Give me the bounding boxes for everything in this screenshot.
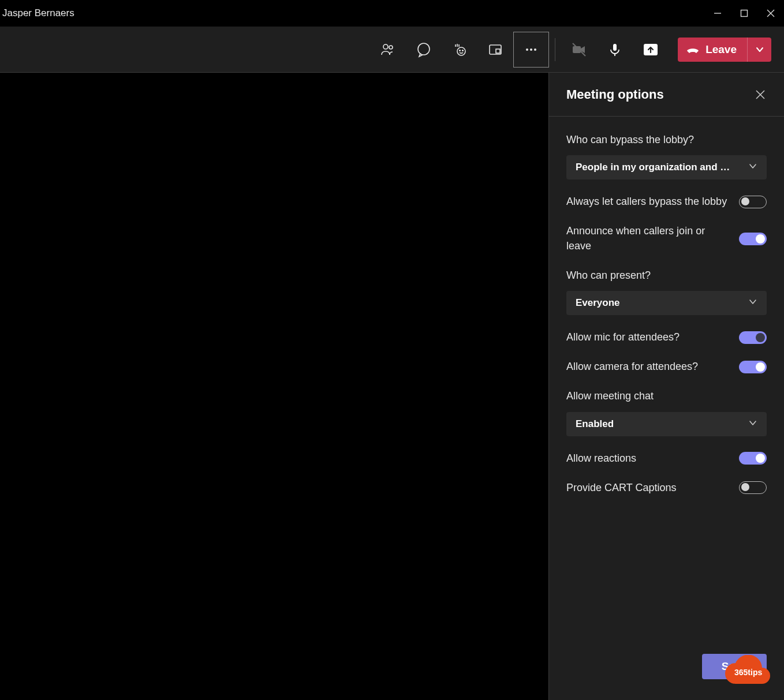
- svg-point-5: [389, 46, 393, 49]
- cart-captions-row: Provide CART Captions: [566, 481, 767, 495]
- svg-rect-1: [741, 10, 748, 17]
- window-minimize-button[interactable]: [704, 0, 731, 27]
- allow-mic-toggle[interactable]: [739, 331, 767, 344]
- rooms-button[interactable]: [477, 32, 513, 68]
- callers-bypass-row: Always let callers bypass the lobby: [566, 194, 767, 209]
- allow-camera-toggle[interactable]: [739, 361, 767, 373]
- react-button[interactable]: [442, 32, 477, 68]
- window-maximize-button[interactable]: [731, 0, 757, 27]
- callers-bypass-toggle[interactable]: [739, 196, 767, 208]
- cart-captions-toggle[interactable]: [739, 481, 767, 494]
- video-stage: [0, 73, 548, 700]
- svg-point-6: [418, 43, 430, 55]
- panel-title: Meeting options: [566, 87, 664, 102]
- allow-reactions-toggle[interactable]: [739, 452, 767, 465]
- share-screen-button[interactable]: [633, 32, 669, 68]
- svg-rect-19: [644, 44, 658, 55]
- svg-rect-17: [613, 44, 617, 51]
- panel-footer: Save: [549, 642, 784, 700]
- window-titlebar: Jasper Bernaers: [0, 0, 784, 27]
- svg-point-13: [530, 48, 532, 51]
- chevron-down-icon: [748, 297, 757, 309]
- camera-toggle-button[interactable]: [561, 32, 597, 68]
- meeting-chat-label: Allow meeting chat: [566, 389, 767, 403]
- toolbar-separator: [555, 38, 555, 61]
- bypass-lobby-value: People in my organization and …: [576, 162, 730, 173]
- chevron-down-icon: [748, 418, 757, 430]
- svg-rect-10: [490, 45, 501, 54]
- people-button[interactable]: [370, 32, 406, 68]
- svg-point-12: [526, 48, 528, 51]
- svg-rect-11: [496, 49, 500, 53]
- allow-reactions-row: Allow reactions: [566, 451, 767, 466]
- bypass-lobby-label: Who can bypass the lobby?: [566, 133, 767, 147]
- allow-mic-label: Allow mic for attendees?: [566, 330, 729, 345]
- leave-button-group: Leave: [678, 38, 771, 62]
- svg-line-16: [573, 43, 585, 56]
- allow-camera-label: Allow camera for attendees?: [566, 360, 729, 374]
- svg-point-7: [457, 47, 465, 55]
- present-value: Everyone: [576, 297, 620, 309]
- svg-point-14: [534, 48, 536, 51]
- bypass-lobby-select[interactable]: People in my organization and …: [566, 155, 767, 179]
- panel-body: Who can bypass the lobby? People in my o…: [549, 117, 784, 522]
- hangup-icon: [686, 45, 700, 54]
- cart-captions-label: Provide CART Captions: [566, 481, 729, 495]
- window-close-button[interactable]: [757, 0, 784, 27]
- allow-reactions-label: Allow reactions: [566, 451, 729, 466]
- more-actions-button[interactable]: [513, 32, 549, 68]
- panel-close-button[interactable]: [753, 87, 768, 102]
- allow-mic-row: Allow mic for attendees?: [566, 330, 767, 345]
- leave-options-button[interactable]: [747, 38, 771, 62]
- chevron-down-icon: [748, 162, 757, 173]
- leave-label: Leave: [705, 43, 737, 56]
- svg-point-9: [462, 50, 464, 51]
- svg-point-4: [383, 44, 388, 49]
- svg-point-8: [460, 50, 461, 51]
- present-label: Who can present?: [566, 268, 767, 283]
- leave-button[interactable]: Leave: [678, 38, 747, 62]
- meeting-options-panel: Meeting options Who can bypass the lobby…: [548, 73, 784, 700]
- meeting-body: Meeting options Who can bypass the lobby…: [0, 73, 784, 700]
- announce-toggle[interactable]: [739, 233, 767, 245]
- panel-header: Meeting options: [549, 73, 784, 117]
- save-button[interactable]: Save: [702, 654, 767, 679]
- announce-label: Announce when callers join or leave: [566, 224, 729, 253]
- announce-row: Announce when callers join or leave: [566, 224, 767, 253]
- meeting-chat-value: Enabled: [576, 418, 614, 430]
- callers-bypass-label: Always let callers bypass the lobby: [566, 194, 729, 209]
- chat-button[interactable]: [406, 32, 442, 68]
- meeting-chat-select[interactable]: Enabled: [566, 412, 767, 436]
- app-window: { "titlebar": { "title": "Jasper Bernaer…: [0, 0, 784, 700]
- meeting-toolbar: Leave: [0, 27, 784, 73]
- window-title: Jasper Bernaers: [2, 8, 74, 19]
- window-controls: [704, 0, 784, 27]
- mic-toggle-button[interactable]: [597, 32, 633, 68]
- allow-camera-row: Allow camera for attendees?: [566, 360, 767, 374]
- present-select[interactable]: Everyone: [566, 291, 767, 315]
- svg-rect-15: [573, 46, 581, 53]
